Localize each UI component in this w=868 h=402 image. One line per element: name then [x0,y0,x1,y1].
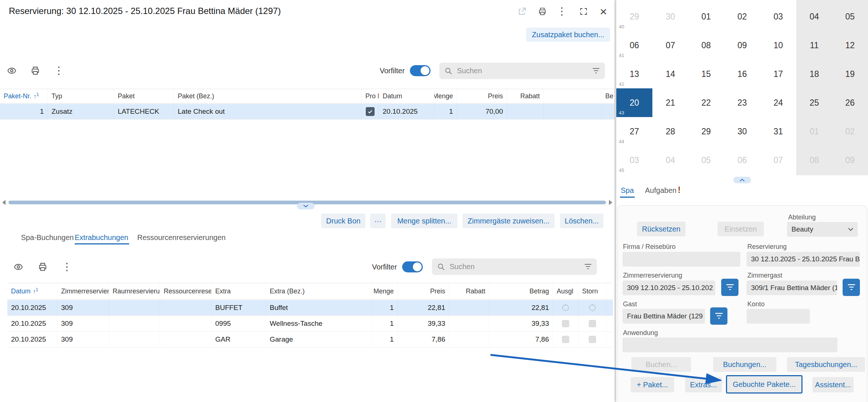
side-tab-spa[interactable]: Spa [621,186,634,195]
zusatzpaket-buchen-button[interactable]: Zusatzpaket buchen... [526,28,610,42]
extras-cell-storniert[interactable] [578,300,606,315]
calendar-day-17[interactable]: 17 [760,60,796,88]
print-table-icon[interactable] [35,259,50,275]
calendar-day-22[interactable]: 22 [688,88,724,117]
filter-funnel-icon[interactable] [584,264,592,270]
extras-col-extra[interactable]: Extra [212,283,266,299]
calendar-day-05[interactable]: 05 [688,146,724,174]
extras-col-preis[interactable]: Preis [398,283,449,299]
extras-col-menge[interactable]: Menge [372,283,398,299]
zimmergast-field[interactable]: 309/1 Frau Bettina Mäder (1 [747,281,837,295]
calendar-day-29[interactable]: 29 [688,117,724,146]
extras-cell-ausgleich[interactable] [553,316,578,331]
packages-cell-pro_p[interactable] [362,104,379,119]
packages-col-paket-nr-[interactable]: Paket-Nr.↑1 [0,89,48,103]
packages-col-paket-bez-[interactable]: Paket (Bez.) [174,89,362,103]
calendar-day-06[interactable]: 0641 [616,31,652,60]
extras-table-row[interactable]: 20.10.20253090995Wellness-Tasche139,3339… [7,316,613,332]
ausgleich-checkbox-unchecked[interactable] [562,304,569,311]
calendar-day-01[interactable]: 01 [796,117,832,146]
calendar-day-31[interactable]: 31 [760,117,796,146]
side-tab-aufgaben[interactable]: Aufgaben [645,186,677,195]
packages-col-preis[interactable]: Preis [457,89,507,103]
calendar-day-03[interactable]: 03 [760,2,796,31]
calendar-day-23[interactable]: 23 [724,88,760,117]
calendar-day-24[interactable]: 24 [760,88,796,117]
tab-spa-buchungen[interactable]: Spa-Buchungen [21,233,74,242]
view-columns-eye-icon[interactable] [11,259,26,275]
calendar-day-05[interactable]: 05 [832,2,868,31]
pro-p-checkbox-checked[interactable] [366,107,375,116]
calendar-day-08[interactable]: 08 [796,146,832,174]
calendar-day-28[interactable]: 28 [652,117,688,146]
calendar-day-11[interactable]: 11 [796,31,832,60]
ausgleich-checkbox-unchecked[interactable] [562,336,569,343]
calendar-day-16[interactable]: 16 [724,60,760,88]
export-icon[interactable] [515,4,529,18]
calendar-day-07[interactable]: 07 [652,31,688,60]
calendar-day-07[interactable]: 07 [760,146,796,174]
calendar-day-19[interactable]: 19 [832,60,868,88]
view-columns-eye-icon[interactable] [4,63,20,78]
gast-field[interactable]: Frau Bettina Mäder (129 [623,309,705,324]
filter-funnel-icon[interactable] [592,68,600,74]
calendar-day-01[interactable]: 01 [688,2,724,31]
extras-col-raumreservierur[interactable]: Raumreservierur [109,283,160,299]
more-menu-icon[interactable]: ⋮ [555,4,569,18]
packages-col-pro-p[interactable]: Pro P [362,89,379,103]
print-table-icon[interactable] [28,63,43,78]
storniert-checkbox-unchecked[interactable] [589,320,596,327]
zimmergast-filter-button[interactable] [843,279,860,296]
extras-col-zimmerreservier[interactable]: Zimmerreservier [57,283,109,299]
vorfilter-toggle[interactable] [410,65,431,76]
zimmergaeste-zuweisen-button[interactable]: Zimmergäste zuweisen... [463,214,555,228]
packages-col-datum[interactable]: Datum [379,89,434,103]
menge-splitten-button[interactable]: Menge splitten... [391,214,457,228]
tab-extrabuchungen[interactable]: Extrabuchungen [75,233,128,242]
einsetzen-button[interactable]: Einsetzen [718,222,764,236]
extras-cell-storniert[interactable] [578,316,606,331]
storniert-checkbox-unchecked[interactable] [589,304,596,311]
calendar-day-04[interactable]: 04 [796,2,832,31]
abteilung-dropdown[interactable]: Beauty [787,222,858,237]
calendar-day-26[interactable]: 26 [832,88,868,117]
packages-col-paket[interactable]: Paket [114,89,174,103]
packages-col-empty[interactable] [544,89,602,103]
extras-cell-storniert[interactable] [578,332,606,347]
calendar-day-02[interactable]: 02 [724,2,760,31]
assistent-button[interactable]: Assistent... [812,377,854,392]
calendar-day-21[interactable]: 21 [652,88,688,117]
scroll-right-arrow-icon[interactable] [609,200,612,205]
extras-cell-ausgleich[interactable] [553,300,578,315]
extras-cell-ausgleich[interactable] [553,332,578,347]
close-icon[interactable]: × [596,4,610,18]
gebuchte-pakete-button[interactable]: Gebuchte Pakete... [726,375,803,394]
gast-filter-button[interactable] [710,307,727,325]
calendar-day-02[interactable]: 02 [832,117,868,146]
extras-button[interactable]: Extras... [685,377,722,392]
calendar-day-14[interactable]: 14 [652,60,688,88]
packages-col-rabatt[interactable]: Rabatt [507,89,544,103]
packages-col-menge[interactable]: Menge [434,89,457,103]
storniert-checkbox-unchecked[interactable] [589,336,596,343]
buchen-button[interactable]: Buchen... [631,357,691,372]
loeschen-button[interactable]: Löschen... [560,214,603,228]
extras-col-ausgl[interactable]: Ausgl [553,283,578,299]
extras-col-betrag[interactable]: Betrag [489,283,553,299]
calendar-day-08[interactable]: 08 [688,31,724,60]
collapse-panel-chevron-down[interactable] [297,203,315,209]
anwendung-field[interactable] [623,338,837,352]
tagesbuchungen-button[interactable]: Tagesbuchungen... [787,357,865,372]
calendar-day-27[interactable]: 2744 [616,117,652,146]
packages-search-input[interactable] [457,67,588,75]
tab-ressourcenreservierungen[interactable]: Ressourcenreservierungen [137,233,226,242]
calendar-day-15[interactable]: 15 [688,60,724,88]
reservierung-field[interactable]: 30 12.10.2025 - 25.10.2025 Frau Be [747,252,860,267]
zimmerreservierung-field[interactable]: 309 12.10.2025 - 25.10.202 [623,281,715,295]
table-more-icon[interactable]: ⋮ [59,259,75,275]
buchungen-button[interactable]: Buchungen... [713,357,776,372]
packages-col-be[interactable]: Be [602,89,614,103]
more-actions-button[interactable]: ··· [370,214,386,228]
collapse-calendar-chevron-up[interactable] [733,177,751,183]
paket-button[interactable]: + Paket... [631,377,674,392]
